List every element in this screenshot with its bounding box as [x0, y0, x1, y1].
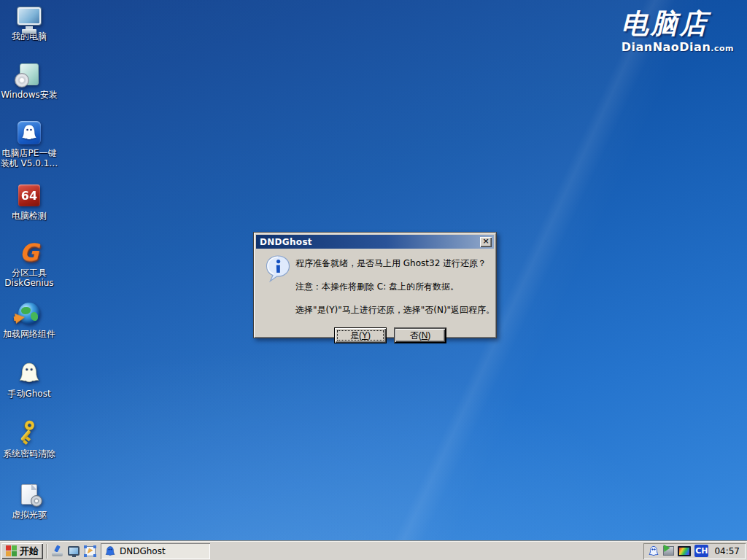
- desktop-icon-password-clear[interactable]: 系统密码清除: [0, 420, 58, 459]
- windows-install-icon: [16, 61, 42, 88]
- desktop-icon-manual-ghost[interactable]: 手动Ghost: [0, 360, 58, 399]
- system-tray: CH 04:57: [643, 543, 746, 559]
- brand-title: 电脑店: [622, 10, 734, 39]
- brand-logo: 电脑店 DianNaoDian.com: [622, 10, 734, 54]
- yes-button[interactable]: 是(Y): [334, 327, 387, 343]
- taskbar: 开始 DNDGhost CH 04:57: [0, 541, 747, 560]
- password-clear-key-icon: [16, 420, 42, 446]
- dialog-titlebar[interactable]: DNDGhost ×: [256, 235, 494, 249]
- start-flag-icon: [6, 545, 17, 556]
- dialog-message-line-1: 程序准备就绪，是否马上用 Ghost32 进行还原？: [295, 257, 485, 270]
- dialog-message-line-3: 选择"是(Y)"马上进行还原，选择"否(N)"返回程序。: [295, 304, 485, 316]
- dndghost-dialog: DNDGhost × 程序准备就绪，是否马上用 Ghost32 进行还原？ 注意…: [253, 232, 497, 338]
- task-button-dndghost[interactable]: DNDGhost: [101, 543, 210, 559]
- pc-check-64-icon: 64: [16, 182, 42, 209]
- start-button[interactable]: 开始: [1, 543, 43, 559]
- manual-ghost-icon: [16, 360, 42, 386]
- dialog-button-row: 是(Y) 否(N): [295, 327, 485, 343]
- brand-subtitle: DianNaoDian.com: [622, 40, 734, 54]
- taskbar-separator: [46, 544, 47, 559]
- desktop-icon-pe-onekey[interactable]: 电脑店PE一键装机 V5.0.1…: [0, 120, 58, 168]
- diskgenius-icon: G: [16, 239, 42, 265]
- dialog-message-line-2: 注意：本操作将删除 C: 盘上的所有数据。: [295, 281, 485, 293]
- desktop-icon-network-components[interactable]: 加载网络组件: [0, 300, 58, 339]
- desktop-icon-virtual-cdrom[interactable]: 虚拟光驱: [0, 481, 58, 520]
- ghost-icon: [104, 545, 116, 557]
- no-button[interactable]: 否(N): [394, 327, 446, 343]
- virtual-cdrom-icon: [16, 481, 42, 508]
- desktop-icon-pc-check[interactable]: 64 电脑检测: [0, 182, 58, 221]
- network-components-icon: [16, 300, 42, 327]
- ghost-tray-icon[interactable]: [648, 545, 659, 557]
- backup-disk-icon[interactable]: [663, 546, 674, 556]
- dialog-body: 程序准备就绪，是否马上用 Ghost32 进行还原？ 注意：本操作将删除 C: …: [256, 249, 494, 343]
- desktop: 电脑店 DianNaoDian.com 我的电脑 Windows安装 电脑店PE…: [0, 0, 747, 560]
- start-label: 开始: [20, 545, 39, 558]
- close-icon[interactable]: ×: [480, 237, 492, 247]
- pe-onekey-ghost-icon: [16, 120, 42, 146]
- dialog-title: DNDGhost: [260, 237, 312, 247]
- desktop-icon-windows-install[interactable]: Windows安装: [0, 61, 58, 100]
- quicklaunch-desktop-preview-icon[interactable]: [82, 543, 98, 559]
- quicklaunch-sweep-desktop-icon[interactable]: [50, 543, 66, 559]
- info-icon: [265, 254, 291, 287]
- quicklaunch-show-desktop-icon[interactable]: [66, 543, 82, 559]
- display-color-icon[interactable]: [678, 546, 691, 556]
- language-indicator[interactable]: CH: [694, 545, 708, 557]
- my-computer-icon: [16, 3, 42, 29]
- desktop-icon-my-computer[interactable]: 我的电脑: [0, 3, 58, 42]
- taskbar-clock: 04:57: [712, 546, 740, 556]
- desktop-icon-diskgenius[interactable]: G 分区工具 DiskGenius: [0, 239, 58, 288]
